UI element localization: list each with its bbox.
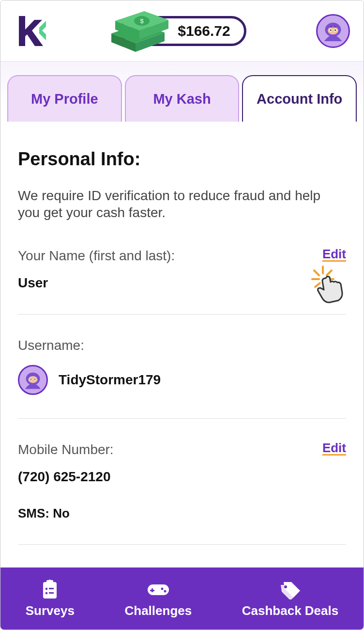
logo[interactable]: [14, 13, 50, 49]
sms-row: SMS: No: [18, 506, 346, 521]
clipboard-icon: [40, 579, 60, 600]
personal-info-title: Personal Info:: [18, 149, 346, 170]
svg-point-34: [284, 585, 287, 588]
tags-icon: [278, 579, 302, 600]
svg-text:$: $: [140, 17, 144, 25]
tabs: My Profile My Kash Account Info: [0, 62, 364, 122]
svg-point-33: [164, 590, 166, 592]
balance-display[interactable]: $ $166.72: [120, 16, 246, 46]
svg-point-19: [30, 378, 31, 379]
svg-point-24: [48, 580, 51, 583]
edit-name-link[interactable]: Edit: [322, 247, 346, 262]
svg-point-6: [330, 29, 332, 31]
nav-surveys-label: Surveys: [26, 603, 75, 618]
personal-info-description: We require ID verification to reduce fra…: [18, 187, 346, 221]
svg-point-17: [28, 376, 37, 383]
tab-my-profile[interactable]: My Profile: [7, 75, 122, 122]
edit-mobile-link[interactable]: Edit: [322, 441, 346, 456]
username-field: Username: TidyStormer179: [18, 338, 346, 419]
svg-point-32: [161, 587, 163, 590]
svg-point-21: [34, 378, 35, 379]
username-label: Username:: [18, 338, 346, 353]
tab-my-kash[interactable]: My Kash: [125, 75, 240, 122]
svg-rect-22: [43, 582, 57, 598]
nav-surveys[interactable]: Surveys: [26, 579, 75, 618]
nav-cashback[interactable]: Cashback Deals: [242, 579, 338, 618]
svg-line-11: [327, 270, 332, 275]
sms-value: No: [53, 506, 70, 520]
svg-rect-25: [46, 588, 47, 590]
svg-point-8: [334, 29, 336, 31]
bottom-nav: Surveys Challenges Cashback Deals: [0, 567, 364, 630]
username-avatar: [18, 365, 48, 395]
svg-rect-27: [46, 592, 47, 594]
nav-cashback-label: Cashback Deals: [242, 603, 338, 618]
mobile-field: Mobile Number: (720) 625-2120 Edit SMS: …: [18, 442, 346, 545]
avatar[interactable]: [316, 14, 350, 48]
mobile-value: (720) 625-2120: [18, 469, 346, 485]
svg-point-4: [328, 26, 338, 34]
account-info-panel: Personal Info: We require ID verificatio…: [0, 122, 364, 589]
click-cursor-icon: [309, 264, 353, 309]
cash-icon: $: [108, 6, 171, 58]
svg-line-14: [315, 283, 320, 287]
name-value: User: [18, 275, 346, 291]
svg-rect-31: [150, 590, 154, 591]
header: $ $166.72: [0, 0, 364, 62]
nav-challenges[interactable]: Challenges: [125, 579, 192, 618]
svg-rect-28: [49, 592, 54, 594]
svg-line-10: [314, 270, 319, 275]
nav-challenges-label: Challenges: [125, 603, 192, 618]
name-label: Your Name (first and last):: [18, 248, 346, 264]
sms-label: SMS:: [18, 506, 49, 520]
username-value: TidyStormer179: [59, 372, 161, 388]
tab-account-info[interactable]: Account Info: [242, 75, 357, 122]
balance-amount: $166.72: [178, 23, 230, 39]
name-field: Your Name (first and last): User Edit: [18, 248, 346, 315]
svg-rect-26: [49, 588, 54, 589]
gamepad-icon: [147, 579, 170, 600]
mobile-label: Mobile Number:: [18, 442, 346, 457]
